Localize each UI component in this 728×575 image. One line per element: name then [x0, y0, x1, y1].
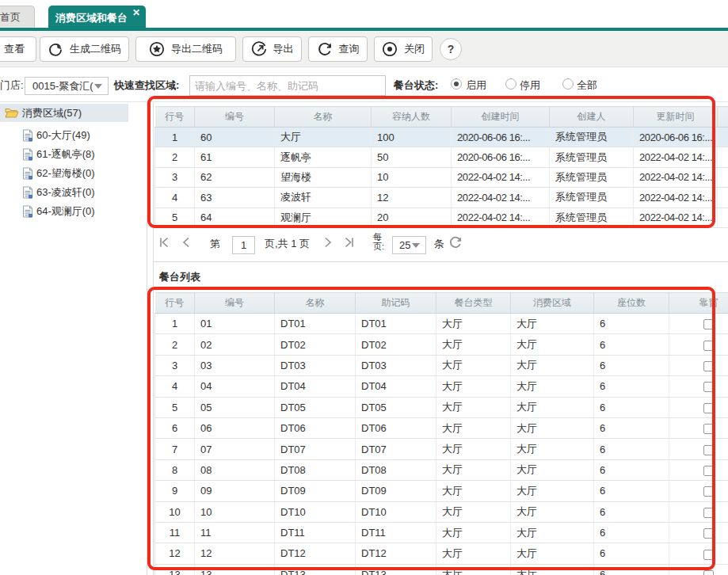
table-cell: 大厅	[511, 314, 594, 334]
table-cell: 10	[195, 501, 275, 522]
tab-home[interactable]: 首页	[0, 6, 35, 28]
window-side-checkbox[interactable]	[703, 508, 714, 518]
table-cell: 12	[372, 188, 452, 208]
column-header[interactable]: 更新时间	[634, 107, 718, 128]
table-row[interactable]: 606DT06DT06大厅大厅6	[155, 417, 728, 438]
table-cell: DT02	[275, 334, 356, 355]
table-cell	[718, 188, 728, 208]
table-row[interactable]: 505DT05DT05大厅大厅6	[155, 397, 728, 417]
status-radio-enabled[interactable]	[451, 78, 462, 89]
first-page-icon[interactable]	[158, 236, 170, 249]
refresh-icon[interactable]	[448, 235, 463, 249]
table-row[interactable]: 1010DT10DT10大厅大厅6	[155, 501, 728, 522]
table-cell: DT04	[356, 376, 436, 397]
table-cell: 大厅	[436, 481, 511, 501]
prev-page-icon[interactable]	[180, 236, 192, 249]
tree-node-leaf-label: 62-望海楼(0)	[36, 166, 95, 181]
store-select-value: 0015-聚食汇(	[32, 79, 97, 93]
status-radio-disabled[interactable]	[505, 78, 516, 89]
help-button[interactable]: ?	[440, 38, 462, 60]
table-row[interactable]: 463凌波轩122022-04-02 14:...系统管理员2022-04-02…	[155, 188, 728, 208]
window-side-checkbox[interactable]	[703, 466, 714, 476]
column-header[interactable]	[718, 107, 728, 128]
generate-qrcode-button[interactable]: 生成二维码	[40, 36, 129, 62]
table-cell: 9	[155, 481, 195, 501]
table-row[interactable]: 261逐帆亭502020-06-06 16:...系统管理员2022-04-02…	[155, 147, 728, 167]
column-header[interactable]: 容纳人数	[372, 107, 452, 128]
store-select[interactable]: 0015-聚食汇(	[25, 77, 109, 95]
close-button[interactable]: 关闭	[374, 36, 433, 62]
table-cell: 大厅	[511, 355, 594, 375]
query-button[interactable]: 查询	[308, 36, 368, 62]
next-page-icon[interactable]	[322, 236, 334, 249]
window-side-checkbox[interactable]	[703, 341, 714, 351]
table-row[interactable]: 160大厅1002020-06-06 16:...系统管理员2020-06-06…	[155, 128, 728, 147]
export-qrcode-button[interactable]: 导出二维码	[135, 36, 236, 62]
window-side-checkbox[interactable]	[703, 319, 714, 329]
table-row[interactable]: 564观澜厅202022-04-02 14:...系统管理员2022-04-02…	[155, 208, 728, 227]
content-area: 消费区域(57) 60-大厅(49)61-逐帆亭(8)62-望海楼(0)63-凌…	[0, 101, 728, 575]
table-cell: 大厅	[436, 376, 511, 397]
table-row[interactable]: 303DT03DT03大厅大厅6	[155, 355, 728, 375]
table-cell: DT09	[356, 481, 436, 501]
tab-consume-area[interactable]: 消费区域和餐台 ✕	[48, 6, 146, 30]
window-side-checkbox[interactable]	[703, 403, 714, 413]
table-row[interactable]: 202DT02DT02大厅大厅6	[155, 334, 728, 355]
table-row[interactable]: 362望海楼102022-04-02 14:...系统管理员2022-04-02…	[155, 167, 728, 187]
table-row[interactable]: 1313DT13DT13大厅大厅6	[155, 564, 728, 575]
table-cell: 6	[594, 334, 669, 355]
table-cell: DT01	[356, 314, 436, 334]
table-row[interactable]: 707DT07DT07大厅大厅6	[155, 439, 728, 459]
column-header[interactable]: 行号	[155, 107, 195, 128]
column-header[interactable]: 编号	[195, 107, 275, 128]
table-cell: 系统管理员	[550, 147, 634, 167]
column-header[interactable]: 行号	[155, 293, 195, 314]
table-row[interactable]: 808DT08DT08大厅大厅6	[155, 459, 728, 480]
column-header[interactable]: 座位数	[594, 293, 669, 314]
column-header[interactable]: 助记码	[356, 293, 436, 314]
column-header[interactable]: 名称	[275, 293, 356, 314]
per-page-select[interactable]: 25	[392, 236, 426, 254]
table-cell: DT03	[275, 355, 356, 375]
table-cell: 12	[195, 543, 275, 564]
status-radio-all-label: 全部	[577, 78, 597, 93]
table-row[interactable]: 101DT01DT01大厅大厅6	[155, 314, 728, 334]
table-cell: DT08	[356, 459, 436, 480]
tree-node-leaf[interactable]: 62-望海楼(0)	[22, 164, 95, 182]
table-row[interactable]: 1111DT11DT11大厅大厅6	[155, 522, 728, 543]
tree-node-root[interactable]: 消费区域(57)	[0, 104, 128, 122]
window-side-checkbox[interactable]	[703, 445, 714, 455]
window-side-checkbox[interactable]	[703, 424, 714, 434]
window-side-checkbox[interactable]	[703, 550, 714, 560]
table-cell: DT10	[275, 501, 356, 522]
window-side-checkbox[interactable]	[703, 382, 714, 392]
export-button[interactable]: 导出	[242, 36, 302, 62]
table-row[interactable]: 1212DT12DT12大厅大厅6	[155, 543, 728, 564]
table-row[interactable]: 404DT04DT04大厅大厅6	[155, 376, 728, 397]
table-cell: 6	[594, 439, 669, 459]
tree-node-leaf[interactable]: 64-观澜厅(0)	[22, 202, 95, 220]
status-radio-all[interactable]	[562, 78, 574, 89]
column-header[interactable]: 创建时间	[452, 107, 550, 128]
column-header[interactable]: 编号	[195, 293, 275, 314]
table-row[interactable]: 909DT09DT09大厅大厅6	[155, 481, 728, 501]
tree-node-leaf[interactable]: 61-逐帆亭(8)	[22, 145, 95, 163]
tab-close-icon[interactable]: ✕	[132, 8, 140, 17]
window-side-checkbox[interactable]	[703, 486, 714, 497]
view-button[interactable]: 查看	[0, 36, 36, 62]
last-page-icon[interactable]	[343, 236, 356, 249]
tree-node-leaf[interactable]: 63-凌波轩(0)	[22, 183, 95, 201]
column-header[interactable]: 消费区域	[511, 293, 594, 314]
column-header[interactable]: 创建人	[550, 107, 634, 128]
window-side-checkbox[interactable]	[703, 361, 714, 371]
column-header[interactable]: 名称	[275, 107, 372, 128]
table-cell: 大厅	[511, 481, 594, 501]
window-side-checkbox[interactable]	[703, 570, 714, 575]
page-number-input[interactable]	[232, 236, 255, 254]
table-cell: 系统管理员	[550, 208, 634, 227]
column-header[interactable]: 靠窗	[669, 293, 728, 314]
quick-search-input[interactable]	[189, 75, 386, 96]
column-header[interactable]: 餐台类型	[436, 293, 511, 314]
window-side-checkbox[interactable]	[703, 528, 714, 539]
tree-node-leaf[interactable]: 60-大厅(49)	[22, 126, 90, 144]
